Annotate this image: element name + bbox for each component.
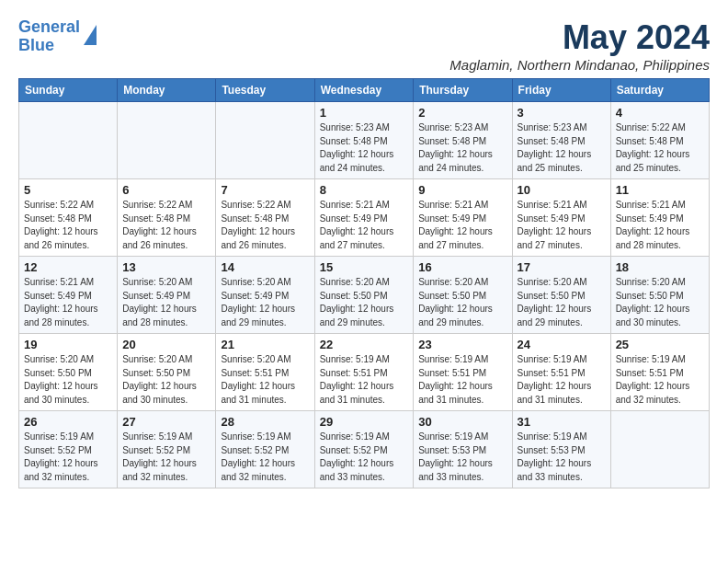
day-detail: Sunrise: 5:19 AM Sunset: 5:53 PM Dayligh… — [518, 431, 606, 484]
calendar-cell: 26Sunrise: 5:19 AM Sunset: 5:52 PM Dayli… — [19, 411, 118, 488]
day-detail: Sunrise: 5:20 AM Sunset: 5:50 PM Dayligh… — [418, 276, 506, 329]
day-detail: Sunrise: 5:20 AM Sunset: 5:50 PM Dayligh… — [122, 353, 210, 407]
day-number: 6 — [122, 183, 210, 197]
calendar-cell: 22Sunrise: 5:19 AM Sunset: 5:51 PM Dayli… — [314, 334, 414, 411]
day-number: 14 — [221, 260, 309, 274]
calendar-cell: 24Sunrise: 5:19 AM Sunset: 5:51 PM Dayli… — [512, 334, 610, 411]
day-number: 19 — [24, 338, 112, 351]
calendar-cell — [19, 102, 118, 179]
day-detail: Sunrise: 5:19 AM Sunset: 5:52 PM Dayligh… — [122, 431, 210, 484]
day-number: 5 — [24, 183, 112, 197]
calendar-cell: 27Sunrise: 5:19 AM Sunset: 5:52 PM Dayli… — [118, 411, 216, 488]
calendar-cell — [216, 102, 314, 179]
calendar-cell: 10Sunrise: 5:21 AM Sunset: 5:49 PM Dayli… — [512, 179, 610, 257]
day-number: 15 — [320, 260, 409, 274]
calendar-cell: 13Sunrise: 5:20 AM Sunset: 5:49 PM Dayli… — [118, 257, 216, 334]
calendar-cell: 17Sunrise: 5:20 AM Sunset: 5:50 PM Dayli… — [512, 257, 610, 334]
calendar-cell: 9Sunrise: 5:21 AM Sunset: 5:49 PM Daylig… — [414, 179, 512, 257]
column-header-saturday: Saturday — [610, 79, 709, 102]
calendar-cell: 8Sunrise: 5:21 AM Sunset: 5:49 PM Daylig… — [314, 179, 414, 257]
day-number: 4 — [616, 106, 704, 120]
day-number: 13 — [122, 260, 210, 274]
day-detail: Sunrise: 5:22 AM Sunset: 5:48 PM Dayligh… — [24, 199, 112, 252]
calendar-cell: 20Sunrise: 5:20 AM Sunset: 5:50 PM Dayli… — [118, 334, 216, 411]
logo-line2: Blue — [18, 37, 80, 55]
calendar-cell: 31Sunrise: 5:19 AM Sunset: 5:53 PM Dayli… — [512, 411, 610, 488]
day-detail: Sunrise: 5:20 AM Sunset: 5:50 PM Dayligh… — [616, 276, 704, 329]
calendar-cell: 11Sunrise: 5:21 AM Sunset: 5:49 PM Dayli… — [610, 179, 709, 257]
day-detail: Sunrise: 5:19 AM Sunset: 5:51 PM Dayligh… — [320, 353, 409, 407]
logo-line1: General — [18, 18, 80, 37]
day-number: 30 — [418, 415, 506, 429]
calendar-cell — [610, 411, 709, 488]
day-detail: Sunrise: 5:21 AM Sunset: 5:49 PM Dayligh… — [518, 199, 606, 252]
day-number: 18 — [616, 260, 704, 274]
day-number: 12 — [24, 260, 112, 274]
calendar-week-row: 12Sunrise: 5:21 AM Sunset: 5:49 PM Dayli… — [19, 257, 710, 334]
day-number: 31 — [518, 415, 606, 429]
calendar-cell: 6Sunrise: 5:22 AM Sunset: 5:48 PM Daylig… — [118, 179, 216, 257]
day-detail: Sunrise: 5:21 AM Sunset: 5:49 PM Dayligh… — [24, 276, 112, 329]
column-header-wednesday: Wednesday — [314, 79, 414, 102]
calendar-cell: 1Sunrise: 5:23 AM Sunset: 5:48 PM Daylig… — [314, 102, 414, 179]
calendar-cell: 25Sunrise: 5:19 AM Sunset: 5:51 PM Dayli… — [610, 334, 709, 411]
calendar-header: SundayMondayTuesdayWednesdayThursdayFrid… — [19, 79, 710, 102]
day-number: 1 — [320, 106, 409, 120]
calendar-cell: 12Sunrise: 5:21 AM Sunset: 5:49 PM Dayli… — [19, 257, 118, 334]
title-block: May 2024 Maglamin, Northern Mindanao, Ph… — [449, 18, 710, 73]
day-number: 27 — [122, 415, 210, 429]
calendar-week-row: 19Sunrise: 5:20 AM Sunset: 5:50 PM Dayli… — [19, 334, 710, 411]
day-detail: Sunrise: 5:20 AM Sunset: 5:50 PM Dayligh… — [24, 353, 112, 407]
day-detail: Sunrise: 5:22 AM Sunset: 5:48 PM Dayligh… — [221, 199, 309, 252]
day-number: 20 — [122, 338, 210, 351]
calendar-cell — [118, 102, 216, 179]
day-number: 24 — [518, 338, 606, 351]
calendar-cell: 19Sunrise: 5:20 AM Sunset: 5:50 PM Dayli… — [19, 334, 118, 411]
month-title: May 2024 — [449, 18, 710, 57]
day-number: 9 — [418, 183, 506, 197]
location: Maglamin, Northern Mindanao, Philippines — [449, 57, 710, 73]
calendar-cell: 5Sunrise: 5:22 AM Sunset: 5:48 PM Daylig… — [19, 179, 118, 257]
calendar-cell: 7Sunrise: 5:22 AM Sunset: 5:48 PM Daylig… — [216, 179, 314, 257]
day-number: 3 — [518, 106, 606, 120]
calendar-cell: 16Sunrise: 5:20 AM Sunset: 5:50 PM Dayli… — [414, 257, 512, 334]
day-number: 11 — [616, 183, 704, 197]
calendar-cell: 15Sunrise: 5:20 AM Sunset: 5:50 PM Dayli… — [314, 257, 414, 334]
calendar-cell: 28Sunrise: 5:19 AM Sunset: 5:52 PM Dayli… — [216, 411, 314, 488]
day-detail: Sunrise: 5:19 AM Sunset: 5:51 PM Dayligh… — [616, 353, 704, 407]
calendar-cell: 21Sunrise: 5:20 AM Sunset: 5:51 PM Dayli… — [216, 334, 314, 411]
calendar-table: SundayMondayTuesdayWednesdayThursdayFrid… — [18, 78, 710, 488]
day-detail: Sunrise: 5:19 AM Sunset: 5:52 PM Dayligh… — [221, 431, 309, 484]
calendar-week-row: 5Sunrise: 5:22 AM Sunset: 5:48 PM Daylig… — [19, 179, 710, 257]
calendar-week-row: 26Sunrise: 5:19 AM Sunset: 5:52 PM Dayli… — [19, 411, 710, 488]
day-detail: Sunrise: 5:21 AM Sunset: 5:49 PM Dayligh… — [616, 199, 704, 252]
calendar-cell: 4Sunrise: 5:22 AM Sunset: 5:48 PM Daylig… — [610, 102, 709, 179]
day-detail: Sunrise: 5:19 AM Sunset: 5:52 PM Dayligh… — [320, 431, 409, 484]
day-detail: Sunrise: 5:19 AM Sunset: 5:52 PM Dayligh… — [24, 431, 112, 484]
day-number: 25 — [616, 338, 704, 351]
calendar-cell: 3Sunrise: 5:23 AM Sunset: 5:48 PM Daylig… — [512, 102, 610, 179]
column-header-monday: Monday — [118, 79, 216, 102]
calendar-cell: 29Sunrise: 5:19 AM Sunset: 5:52 PM Dayli… — [314, 411, 414, 488]
column-header-thursday: Thursday — [414, 79, 512, 102]
column-header-friday: Friday — [512, 79, 610, 102]
day-detail: Sunrise: 5:23 AM Sunset: 5:48 PM Dayligh… — [320, 121, 409, 175]
day-number: 26 — [24, 415, 112, 429]
day-number: 22 — [320, 338, 409, 351]
day-number: 29 — [320, 415, 409, 429]
logo-triangle-icon — [84, 25, 97, 45]
day-detail: Sunrise: 5:22 AM Sunset: 5:48 PM Dayligh… — [616, 121, 704, 175]
day-number: 7 — [221, 183, 309, 197]
calendar-cell: 18Sunrise: 5:20 AM Sunset: 5:50 PM Dayli… — [610, 257, 709, 334]
day-number: 8 — [320, 183, 409, 197]
calendar-cell: 14Sunrise: 5:20 AM Sunset: 5:49 PM Dayli… — [216, 257, 314, 334]
day-detail: Sunrise: 5:21 AM Sunset: 5:49 PM Dayligh… — [320, 199, 409, 252]
day-detail: Sunrise: 5:20 AM Sunset: 5:51 PM Dayligh… — [221, 353, 309, 407]
day-detail: Sunrise: 5:23 AM Sunset: 5:48 PM Dayligh… — [518, 121, 606, 175]
day-detail: Sunrise: 5:20 AM Sunset: 5:50 PM Dayligh… — [320, 276, 409, 329]
day-number: 17 — [518, 260, 606, 274]
day-number: 10 — [518, 183, 606, 197]
day-number: 16 — [418, 260, 506, 274]
column-header-sunday: Sunday — [19, 79, 118, 102]
day-detail: Sunrise: 5:19 AM Sunset: 5:53 PM Dayligh… — [418, 431, 506, 484]
